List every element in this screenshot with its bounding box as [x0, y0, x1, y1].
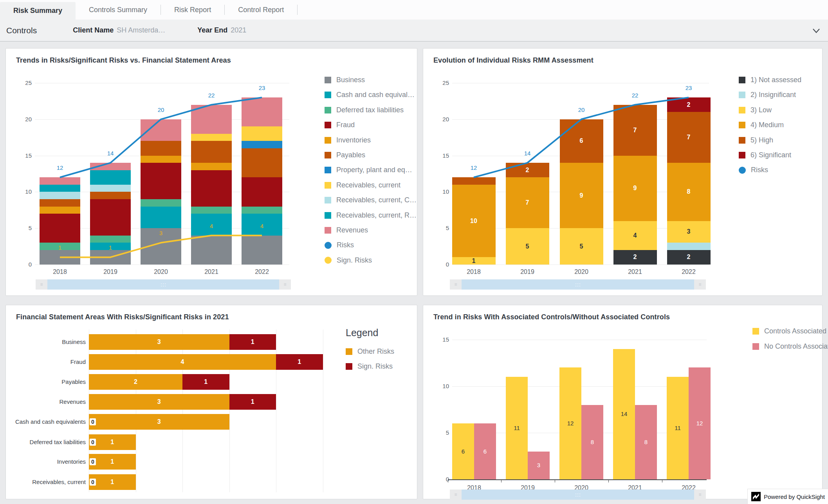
gridline [323, 329, 323, 492]
bar-segment[interactable] [141, 163, 181, 199]
bar-segment[interactable] [191, 236, 232, 265]
bar-segment[interactable] [40, 177, 80, 185]
legend-item-6-significant[interactable]: 6) Significant [739, 151, 791, 159]
legend-label: Sign. Risks [337, 256, 372, 265]
row-category-label: Fraud [9, 358, 86, 365]
legend-item-receivables-current[interactable]: Receivables, current [325, 181, 400, 189]
bar-segment[interactable] [191, 141, 232, 163]
gridline [35, 83, 289, 83]
legend-item-receivables-current-c-[interactable]: Receivables, current, C… [325, 196, 417, 204]
legend-item-risks[interactable]: Risks [325, 241, 354, 249]
bar-segment[interactable] [40, 192, 80, 199]
x-axis-tick-label: 2019 [508, 268, 547, 275]
legend-item-fraud[interactable]: Fraud [325, 121, 355, 129]
legend-square-swatch [325, 197, 331, 203]
scrollbar-right-handle[interactable]: ≡ [694, 279, 706, 290]
legend-item-cash-and-cash-equival-[interactable]: Cash and cash equival… [325, 91, 415, 99]
legend-item-risks[interactable]: Risks [739, 166, 768, 174]
bar-segment[interactable] [90, 192, 131, 199]
legend-item-revenues[interactable]: Revenues [325, 226, 368, 234]
legend-item-property-plant-and-eq-[interactable]: Property, plant and eq… [325, 166, 412, 174]
bar-segment[interactable] [40, 214, 80, 243]
bar-segment[interactable] [40, 199, 80, 207]
legend-item-receivables-current-r-[interactable]: Receivables, current, R… [325, 211, 417, 220]
legend-item-2-insignificant[interactable]: 2) Insignificant [739, 91, 796, 99]
bar-segment[interactable] [141, 156, 181, 163]
legend-dot-swatch [325, 242, 332, 249]
bar-segment[interactable] [90, 170, 131, 185]
bar-segment[interactable] [242, 177, 282, 206]
zero-value-label: 0 [90, 458, 96, 465]
tab-controls-summary[interactable]: Controls Summary [76, 0, 161, 20]
scrollbar-left-handle[interactable]: ≡ [450, 490, 462, 500]
legend-item-sign-risks[interactable]: Sign. Risks [325, 256, 372, 265]
chart-scrollbar[interactable]: ≡··· ···≡ [450, 279, 706, 290]
scrollbar-left-handle[interactable]: ≡ [36, 279, 47, 290]
scrollbar-thumb[interactable]: ··· ··· [47, 279, 279, 290]
bar-value: 8 [581, 439, 603, 445]
bar-value: 12 [689, 420, 711, 426]
bar-segment[interactable] [141, 207, 181, 229]
legend-item-4-medium[interactable]: 4) Medium [739, 121, 784, 129]
scrollbar-thumb[interactable]: ··· ··· [462, 490, 694, 500]
legend-item-controls-associated[interactable]: Controls Associated [752, 327, 826, 335]
bar-segment[interactable] [667, 243, 711, 250]
tab-risk-summary[interactable]: Risk Summary [0, 2, 76, 20]
legend-item-3-low[interactable]: 3) Low [739, 106, 772, 114]
bar-segment[interactable] [242, 207, 282, 214]
year-end-control[interactable]: Year End 2021 [197, 26, 246, 34]
bar-segment[interactable] [90, 250, 131, 265]
bar-segment[interactable] [90, 185, 131, 192]
chevron-down-icon[interactable] [811, 25, 822, 36]
scrollbar-thumb[interactable]: ··· ··· [462, 279, 694, 290]
bar-segment[interactable] [40, 207, 80, 214]
legend-item-deferred-tax-liabilities[interactable]: Deferred tax liabilities [325, 106, 404, 114]
panel-fsa-2021: Financial Statement Areas With Risks/Sig… [5, 305, 417, 499]
bar-segment[interactable] [40, 250, 80, 265]
legend-item-5-high[interactable]: 5) High [739, 136, 773, 144]
bar-segment[interactable] [191, 170, 232, 207]
bar-segment[interactable] [191, 105, 232, 134]
powered-by-quicksight-badge[interactable]: Powered by QuickSight [748, 489, 828, 504]
bar-segment[interactable] [141, 141, 181, 155]
bar-segment[interactable] [242, 236, 282, 265]
chart-scrollbar[interactable]: ≡··· ···≡ [36, 279, 291, 290]
legend-item-no-controls-associated[interactable]: No Controls Associated [752, 342, 828, 351]
bar-segment[interactable] [40, 185, 80, 192]
bar-segment[interactable] [452, 177, 496, 185]
bar-segment[interactable] [191, 207, 232, 214]
tab-control-report[interactable]: Control Report [225, 0, 297, 20]
bar-segment[interactable] [191, 134, 232, 141]
bar-segment-value: 9 [560, 193, 603, 199]
bar-segment[interactable] [242, 126, 282, 141]
bar-segment[interactable] [90, 199, 131, 236]
scrollbar-left-handle[interactable]: ≡ [450, 279, 462, 290]
scrollbar-right-handle[interactable]: ≡ [694, 490, 706, 500]
x-axis-tick-label: 2022 [669, 268, 708, 275]
zero-value-label: 0 [90, 439, 96, 446]
legend-item-1-not-assessed[interactable]: 1) Not assessed [739, 76, 801, 84]
legend-item-business[interactable]: Business [325, 76, 365, 84]
legend-item-inventories[interactable]: Inventories [325, 136, 371, 144]
bar-segment[interactable] [141, 119, 181, 141]
bar-segment[interactable] [90, 163, 131, 170]
legend-item-payables[interactable]: Payables [325, 151, 365, 159]
scrollbar-right-handle[interactable]: ≡ [279, 279, 291, 290]
chart-scrollbar[interactable]: ≡··· ···≡ [450, 490, 706, 500]
bar-segment[interactable] [242, 141, 282, 148]
bar-segment[interactable] [141, 199, 181, 207]
legend-square-swatch [739, 107, 745, 113]
bar-segment-value: 1 [89, 479, 136, 485]
bar-segment[interactable] [242, 97, 282, 126]
client-name-control[interactable]: Client Name SH Amsterda… [73, 26, 165, 34]
tab-risk-report[interactable]: Risk Report [161, 0, 224, 20]
bar-segment[interactable] [90, 236, 131, 243]
legend-item-other-risks[interactable]: Other Risks [346, 347, 394, 356]
legend-item-sign-risks[interactable]: Sign. Risks [346, 362, 393, 371]
legend-square-swatch [325, 137, 331, 144]
bar-segment[interactable] [191, 163, 232, 170]
bar-segment[interactable] [242, 148, 282, 177]
bar-segment-value: 1 [182, 379, 229, 385]
legend-label: Receivables, current, R… [336, 211, 417, 220]
scrollbar-grip-dots: ··· ··· [575, 282, 581, 287]
